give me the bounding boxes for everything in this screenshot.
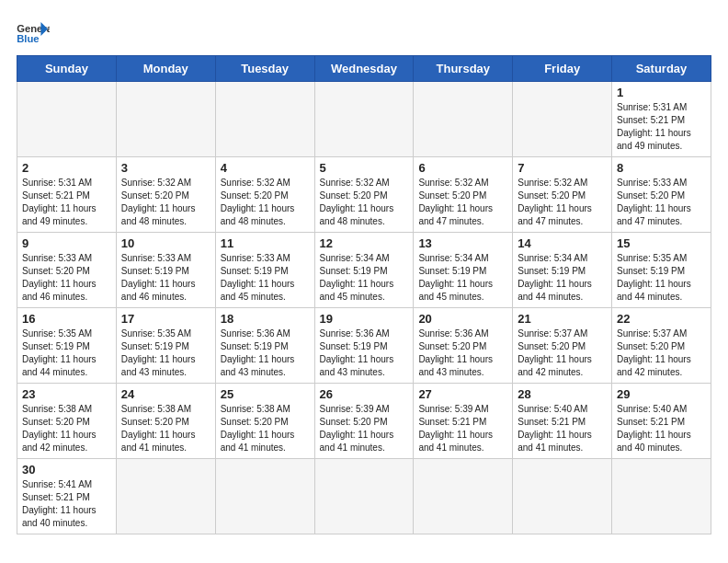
day-number: 10 [121,236,210,250]
day-number: 8 [617,161,706,175]
day-number: 14 [518,236,607,250]
header: General Blue [17,17,711,48]
day-info: Sunrise: 5:39 AM Sunset: 5:20 PM Dayligh… [320,403,409,454]
day-number: 16 [22,312,111,326]
day-number: 5 [320,161,409,175]
calendar-cell: 27Sunrise: 5:39 AM Sunset: 5:21 PM Dayli… [414,384,513,459]
day-number: 26 [320,387,409,401]
day-number: 24 [121,387,210,401]
calendar-cell [215,459,314,534]
calendar-cell [17,82,117,157]
day-info: Sunrise: 5:35 AM Sunset: 5:19 PM Dayligh… [121,327,210,379]
calendar-cell [513,82,612,157]
calendar-cell [414,82,513,157]
calendar-cell: 5Sunrise: 5:32 AM Sunset: 5:20 PM Daylig… [314,157,414,233]
day-info: Sunrise: 5:39 AM Sunset: 5:21 PM Dayligh… [418,403,507,454]
calendar-cell: 7Sunrise: 5:32 AM Sunset: 5:20 PM Daylig… [513,157,612,233]
weekday-header-row: SundayMondayTuesdayWednesdayThursdayFrid… [17,56,711,82]
day-info: Sunrise: 5:31 AM Sunset: 5:21 PM Dayligh… [22,177,111,228]
calendar-cell [215,82,314,157]
day-number: 30 [22,463,111,477]
logo: General Blue [17,17,50,48]
day-info: Sunrise: 5:32 AM Sunset: 5:20 PM Dayligh… [518,177,607,228]
day-info: Sunrise: 5:31 AM Sunset: 5:21 PM Dayligh… [617,101,706,153]
day-number: 11 [221,236,310,250]
weekday-header-saturday: Saturday [612,56,711,82]
calendar-table: SundayMondayTuesdayWednesdayThursdayFrid… [17,55,711,534]
calendar-cell: 3Sunrise: 5:32 AM Sunset: 5:20 PM Daylig… [116,157,215,233]
calendar-cell: 26Sunrise: 5:39 AM Sunset: 5:20 PM Dayli… [314,384,414,459]
weekday-header-friday: Friday [513,56,612,82]
calendar-week-row: 16Sunrise: 5:35 AM Sunset: 5:19 PM Dayli… [17,308,711,384]
day-number: 29 [617,387,706,401]
day-info: Sunrise: 5:35 AM Sunset: 5:19 PM Dayligh… [617,252,706,304]
calendar-cell: 24Sunrise: 5:38 AM Sunset: 5:20 PM Dayli… [116,384,215,459]
day-number: 2 [22,161,111,175]
calendar-cell: 1Sunrise: 5:31 AM Sunset: 5:21 PM Daylig… [612,82,711,157]
calendar-cell: 18Sunrise: 5:36 AM Sunset: 5:19 PM Dayli… [215,308,314,384]
calendar-cell: 10Sunrise: 5:33 AM Sunset: 5:19 PM Dayli… [116,233,215,308]
day-number: 20 [418,312,507,326]
day-info: Sunrise: 5:41 AM Sunset: 5:21 PM Dayligh… [22,478,111,530]
weekday-header-monday: Monday [116,56,215,82]
day-info: Sunrise: 5:34 AM Sunset: 5:19 PM Dayligh… [320,252,409,304]
calendar-cell: 14Sunrise: 5:34 AM Sunset: 5:19 PM Dayli… [513,233,612,308]
calendar-cell: 30Sunrise: 5:41 AM Sunset: 5:21 PM Dayli… [17,459,117,534]
calendar-cell: 9Sunrise: 5:33 AM Sunset: 5:20 PM Daylig… [17,233,117,308]
day-info: Sunrise: 5:36 AM Sunset: 5:20 PM Dayligh… [418,327,507,379]
calendar-week-row: 1Sunrise: 5:31 AM Sunset: 5:21 PM Daylig… [17,82,711,157]
day-number: 17 [121,312,210,326]
day-number: 28 [518,387,607,401]
calendar-cell: 25Sunrise: 5:38 AM Sunset: 5:20 PM Dayli… [215,384,314,459]
calendar-cell: 28Sunrise: 5:40 AM Sunset: 5:21 PM Dayli… [513,384,612,459]
day-info: Sunrise: 5:32 AM Sunset: 5:20 PM Dayligh… [320,177,409,228]
day-info: Sunrise: 5:33 AM Sunset: 5:19 PM Dayligh… [221,252,310,304]
calendar-cell: 21Sunrise: 5:37 AM Sunset: 5:20 PM Dayli… [513,308,612,384]
calendar-week-row: 23Sunrise: 5:38 AM Sunset: 5:20 PM Dayli… [17,384,711,459]
page: General Blue SundayMondayTuesdayWednesda… [0,0,728,544]
calendar-cell [314,82,414,157]
day-info: Sunrise: 5:36 AM Sunset: 5:19 PM Dayligh… [221,327,310,379]
calendar-cell: 12Sunrise: 5:34 AM Sunset: 5:19 PM Dayli… [314,233,414,308]
weekday-header-thursday: Thursday [414,56,513,82]
calendar-cell: 22Sunrise: 5:37 AM Sunset: 5:20 PM Dayli… [612,308,711,384]
day-number: 1 [617,86,706,99]
generalblue-logo-icon: General Blue [17,20,50,48]
calendar-cell: 16Sunrise: 5:35 AM Sunset: 5:19 PM Dayli… [17,308,117,384]
day-info: Sunrise: 5:37 AM Sunset: 5:20 PM Dayligh… [518,327,607,379]
calendar-cell: 11Sunrise: 5:33 AM Sunset: 5:19 PM Dayli… [215,233,314,308]
calendar-cell [314,459,414,534]
calendar-cell: 6Sunrise: 5:32 AM Sunset: 5:20 PM Daylig… [414,157,513,233]
day-number: 6 [418,161,507,175]
day-info: Sunrise: 5:32 AM Sunset: 5:20 PM Dayligh… [221,177,310,228]
calendar-cell: 8Sunrise: 5:33 AM Sunset: 5:20 PM Daylig… [612,157,711,233]
day-info: Sunrise: 5:33 AM Sunset: 5:20 PM Dayligh… [617,177,706,228]
day-number: 22 [617,312,706,326]
day-number: 18 [221,312,310,326]
day-number: 3 [121,161,210,175]
day-number: 13 [418,236,507,250]
svg-text:Blue: Blue [17,33,39,44]
calendar-cell: 15Sunrise: 5:35 AM Sunset: 5:19 PM Dayli… [612,233,711,308]
day-info: Sunrise: 5:38 AM Sunset: 5:20 PM Dayligh… [221,403,310,454]
day-info: Sunrise: 5:37 AM Sunset: 5:20 PM Dayligh… [617,327,706,379]
weekday-header-wednesday: Wednesday [314,56,414,82]
calendar-cell [116,82,215,157]
day-info: Sunrise: 5:38 AM Sunset: 5:20 PM Dayligh… [22,403,111,454]
day-number: 21 [518,312,607,326]
weekday-header-sunday: Sunday [17,56,117,82]
calendar-cell [116,459,215,534]
day-info: Sunrise: 5:33 AM Sunset: 5:20 PM Dayligh… [22,252,111,304]
calendar-cell: 17Sunrise: 5:35 AM Sunset: 5:19 PM Dayli… [116,308,215,384]
day-info: Sunrise: 5:34 AM Sunset: 5:19 PM Dayligh… [418,252,507,304]
calendar-cell [513,459,612,534]
day-info: Sunrise: 5:35 AM Sunset: 5:19 PM Dayligh… [22,327,111,379]
calendar-cell [414,459,513,534]
day-number: 25 [221,387,310,401]
day-info: Sunrise: 5:32 AM Sunset: 5:20 PM Dayligh… [121,177,210,228]
day-info: Sunrise: 5:32 AM Sunset: 5:20 PM Dayligh… [418,177,507,228]
weekday-header-tuesday: Tuesday [215,56,314,82]
day-number: 4 [221,161,310,175]
calendar-cell: 4Sunrise: 5:32 AM Sunset: 5:20 PM Daylig… [215,157,314,233]
calendar-cell: 19Sunrise: 5:36 AM Sunset: 5:19 PM Dayli… [314,308,414,384]
